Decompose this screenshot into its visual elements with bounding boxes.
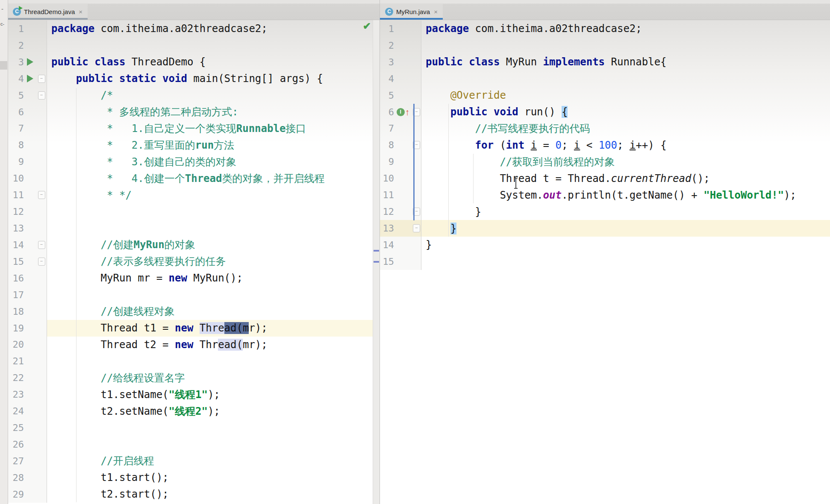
line-number[interactable]: 27 [8,456,24,466]
code-line[interactable]: 14− //创建MyRun的对象 [8,237,380,253]
code-line[interactable]: 27 //开启线程 [8,453,380,469]
code-text[interactable]: public void run() { [421,104,830,120]
code-text[interactable] [47,287,380,303]
code-text[interactable]: t2.start(); [47,486,380,503]
code-line[interactable]: 7 * 1.自己定义一个类实现Runnable接口 [8,120,380,137]
line-number[interactable]: 19 [8,323,24,334]
fold-marker-icon[interactable]: − [38,191,45,199]
code-text[interactable] [421,70,830,87]
code-line[interactable]: 3public class ThreadDemo { [8,54,380,70]
code-text[interactable]: //表示多线程要执行的任务 [47,253,380,270]
code-line[interactable]: 7 //书写线程要执行的代码 [380,120,830,137]
line-number[interactable]: 15 [380,256,394,267]
line-number[interactable]: 3 [380,57,394,67]
code-line[interactable]: 2 [8,37,380,54]
code-text[interactable] [47,203,380,220]
line-number[interactable]: 5 [8,90,24,101]
line-number[interactable]: 17 [8,290,24,300]
code-text[interactable] [421,37,830,54]
code-text[interactable]: //获取到当前线程的对象 [421,153,830,170]
code-line[interactable]: 2 [380,37,830,54]
line-number[interactable]: 4 [380,73,394,84]
close-icon[interactable]: × [79,8,82,15]
code-text[interactable]: package com.itheima.a02threadcase2; [421,21,830,37]
line-number[interactable]: 25 [8,422,24,433]
code-line[interactable]: 4− public static void main(String[] args… [8,70,380,87]
line-number[interactable]: 8 [380,140,394,150]
code-line[interactable]: 19 Thread t1 = new Thread(mr); [8,320,380,337]
code-line[interactable]: 29 t2.start(); [8,486,380,503]
code-text[interactable] [47,37,380,54]
line-number[interactable]: 26 [8,439,24,450]
code-line[interactable]: 15 [380,253,830,270]
line-number[interactable]: 6 [380,107,394,117]
code-text[interactable]: for (int i = 0; i < 100; i++) { [421,137,830,153]
code-line[interactable]: 5 @Override [380,87,830,104]
code-line[interactable]: 3public class MyRun implements Runnable{ [380,54,830,70]
code-text[interactable]: //给线程设置名字 [47,369,380,386]
code-text[interactable]: //书写线程要执行的代码 [421,120,830,137]
code-text[interactable]: /* [47,87,380,104]
code-text[interactable]: public static void main(String[] args) { [47,70,380,87]
code-line[interactable]: 16 MyRun mr = new MyRun(); [8,270,380,287]
code-line[interactable]: 13− } [380,220,830,237]
code-text[interactable]: package com.itheima.a02threadcase2; [47,21,380,37]
code-text[interactable] [47,220,380,237]
code-line[interactable]: 21 [8,353,380,369]
fold-marker-icon[interactable]: − [38,258,45,266]
code-text[interactable]: * 多线程的第二种启动方式: [47,104,380,120]
code-text[interactable]: * 4.创建一个Thread类的对象，并开启线程 [47,170,380,187]
code-text[interactable]: t1.start(); [47,469,380,486]
code-text[interactable]: * 2.重写里面的run方法 [47,137,380,153]
line-number[interactable]: 24 [8,406,24,416]
run-button-icon[interactable] [27,58,33,66]
override-up-arrow-icon[interactable]: ↑ [405,108,410,116]
strip-scroll-thumb[interactable] [0,61,7,70]
code-text[interactable]: } [421,237,830,253]
code-line[interactable]: 6I↑− public void run() { [380,104,830,120]
line-number[interactable]: 23 [8,389,24,400]
line-number[interactable]: 1 [380,23,394,34]
line-number[interactable]: 10 [8,173,24,184]
fold-marker-icon[interactable]: − [38,91,45,100]
line-number[interactable]: 4 [8,73,24,84]
tab-MyRun.java[interactable]: CMyRun.java× [380,3,443,20]
line-number[interactable]: 29 [8,489,24,500]
code-line[interactable]: 12 [8,203,380,220]
code-text[interactable]: } [421,220,830,237]
line-number[interactable]: 18 [8,306,24,317]
code-text[interactable]: public class MyRun implements Runnable{ [421,54,830,70]
code-line[interactable]: 10 * 4.创建一个Thread类的对象，并开启线程 [8,170,380,187]
line-number[interactable]: 14 [8,240,24,250]
line-number[interactable]: 3 [8,57,24,67]
code-text[interactable] [47,353,380,369]
code-line[interactable]: 1package com.itheima.a02threadcase2; [380,21,830,37]
line-number[interactable]: 13 [380,223,394,234]
code-text[interactable]: Thread t1 = new Thread(mr); [47,320,380,337]
code-line[interactable]: 12− } [380,203,830,220]
line-number[interactable]: 10 [380,173,394,184]
line-number[interactable]: 7 [380,123,394,134]
code-line[interactable]: 28 t1.start(); [8,469,380,486]
code-line[interactable]: 8− for (int i = 0; i < 100; i++) { [380,137,830,153]
line-number[interactable]: 8 [8,140,24,150]
code-text[interactable]: //开启线程 [47,453,380,469]
tab-ThreadDemo.java[interactable]: CThreadDemo.java× [8,3,88,20]
line-number[interactable]: 11 [380,190,394,200]
close-icon[interactable]: × [434,8,438,15]
code-text[interactable]: @Override [421,87,830,104]
code-text[interactable]: MyRun mr = new MyRun(); [47,270,380,287]
code-line[interactable]: 11− * */ [8,187,380,203]
error-stripe-scrollbar[interactable] [373,20,380,504]
line-number[interactable]: 9 [8,156,24,167]
line-number[interactable]: 14 [380,240,394,250]
code-line[interactable]: 24 t2.setName("线程2"); [8,403,380,419]
line-number[interactable]: 22 [8,372,24,383]
code-text[interactable]: } [421,203,830,220]
line-number[interactable]: 15 [8,256,24,267]
collapsed-panel-strip[interactable]: - c- [0,0,8,504]
code-text[interactable]: Thread t = Thread.currentThread(); [421,170,830,187]
code-text[interactable]: public class ThreadDemo { [47,54,380,70]
code-line[interactable]: 26 [8,436,380,453]
code-line[interactable]: 17 [8,287,380,303]
